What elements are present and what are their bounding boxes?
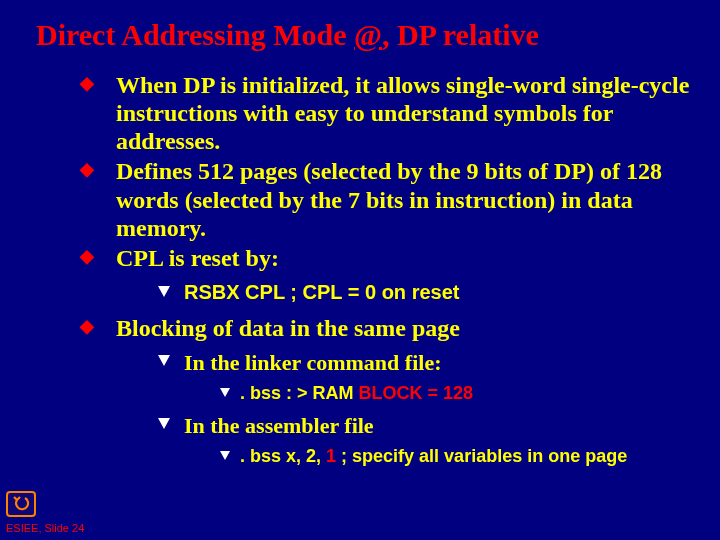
code-bss-x-b: 1	[326, 446, 336, 466]
bullet-4-sub-2-text: In the assembler file	[184, 413, 374, 438]
bullet-4-sub-1-text: In the linker command file:	[184, 350, 441, 375]
bullet-3-sublist: RSBX CPL ; CPL = 0 on reset	[156, 279, 690, 306]
bullet-4-sub-2-code: . bss x, 2, 1 ; specify all variables in…	[218, 445, 690, 468]
title-prefix: Direct Addressing Mode	[36, 18, 354, 51]
bullet-4-sub-2: In the assembler file . bss x, 2, 1 ; sp…	[156, 411, 690, 468]
bullet-3-text: CPL is reset by:	[116, 245, 279, 271]
bullet-4-sub-2-list: . bss x, 2, 1 ; specify all variables in…	[218, 445, 690, 468]
title-suffix: , DP relative	[382, 18, 539, 51]
bullet-4-sub-1-list: . bss : > RAM BLOCK = 128	[218, 382, 690, 405]
code-bss-block-b: BLOCK = 128	[359, 383, 474, 403]
bullet-4: Blocking of data in the same page In the…	[80, 314, 690, 468]
bullet-3: CPL is reset by: RSBX CPL ; CPL = 0 on r…	[80, 244, 690, 305]
code-bss-x-a: . bss x, 2,	[240, 446, 326, 466]
bullet-1: When DP is initialized, it allows single…	[80, 71, 690, 156]
slide-footer: ESIEE, Slide 24	[6, 491, 84, 534]
bullet-4-sublist: In the linker command file: . bss : > RA…	[156, 348, 690, 468]
footer-text: ESIEE, Slide 24	[6, 522, 84, 534]
code-bss-block-a: . bss : > RAM	[240, 383, 359, 403]
bullet-3-sub-1: RSBX CPL ; CPL = 0 on reset	[156, 279, 690, 306]
bullet-list: When DP is initialized, it allows single…	[80, 71, 690, 469]
slide: Direct Addressing Mode @, DP relative Wh…	[0, 0, 720, 540]
bullet-4-sub-1-code: . bss : > RAM BLOCK = 128	[218, 382, 690, 405]
title-at-symbol: @	[354, 18, 382, 51]
bullet-2: Defines 512 pages (selected by the 9 bit…	[80, 157, 690, 242]
bullet-4-text: Blocking of data in the same page	[116, 315, 460, 341]
code-bss-x-c: ; specify all variables in one page	[336, 446, 627, 466]
back-icon[interactable]	[6, 491, 36, 517]
bullet-4-sub-1: In the linker command file: . bss : > RA…	[156, 348, 690, 405]
slide-title: Direct Addressing Mode @, DP relative	[36, 18, 690, 53]
